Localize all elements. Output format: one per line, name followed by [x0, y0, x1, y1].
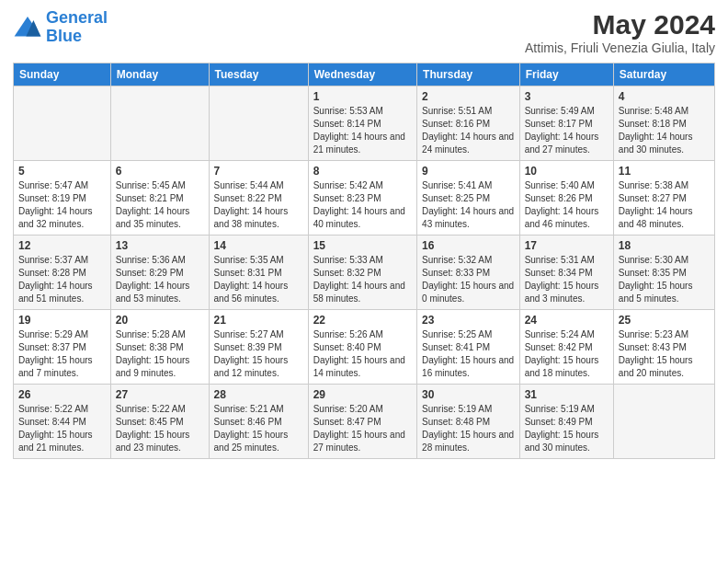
day-cell: 11Sunrise: 5:38 AMSunset: 8:27 PMDayligh…	[613, 161, 714, 236]
logo: General Blue	[13, 9, 108, 46]
day-number: 27	[116, 388, 204, 401]
week-row-1: 1Sunrise: 5:53 AMSunset: 8:14 PMDaylight…	[14, 86, 715, 161]
column-header-friday: Friday	[519, 63, 613, 86]
day-number: 7	[214, 165, 303, 178]
day-cell: 16Sunrise: 5:32 AMSunset: 8:33 PMDayligh…	[417, 236, 520, 310]
day-info: Sunrise: 5:45 AMSunset: 8:21 PMDaylight:…	[116, 179, 204, 231]
day-number: 9	[422, 165, 515, 178]
page: General Blue May 2024 Attimis, Friuli Ve…	[0, 0, 728, 466]
day-info: Sunrise: 5:26 AMSunset: 8:40 PMDaylight:…	[313, 328, 412, 380]
day-number: 20	[116, 314, 204, 327]
day-cell	[110, 86, 209, 161]
day-info: Sunrise: 5:23 AMSunset: 8:43 PMDaylight:…	[619, 328, 710, 380]
day-info: Sunrise: 5:19 AMSunset: 8:48 PMDaylight:…	[422, 403, 515, 454]
week-row-2: 5Sunrise: 5:47 AMSunset: 8:19 PMDaylight…	[14, 161, 715, 236]
day-number: 16	[422, 239, 515, 252]
day-info: Sunrise: 5:32 AMSunset: 8:33 PMDaylight:…	[422, 254, 515, 305]
day-cell: 28Sunrise: 5:21 AMSunset: 8:46 PMDayligh…	[209, 385, 308, 459]
day-number: 2	[422, 90, 515, 103]
day-info: Sunrise: 5:36 AMSunset: 8:29 PMDaylight:…	[116, 254, 204, 305]
day-cell: 6Sunrise: 5:45 AMSunset: 8:21 PMDaylight…	[110, 161, 209, 236]
day-cell: 26Sunrise: 5:22 AMSunset: 8:44 PMDayligh…	[14, 385, 111, 459]
week-row-4: 19Sunrise: 5:29 AMSunset: 8:37 PMDayligh…	[14, 310, 715, 385]
day-info: Sunrise: 5:33 AMSunset: 8:32 PMDaylight:…	[313, 254, 412, 305]
day-cell: 17Sunrise: 5:31 AMSunset: 8:34 PMDayligh…	[519, 236, 613, 310]
day-cell: 30Sunrise: 5:19 AMSunset: 8:48 PMDayligh…	[417, 385, 520, 459]
day-cell: 31Sunrise: 5:19 AMSunset: 8:49 PMDayligh…	[519, 385, 613, 459]
day-number: 25	[619, 314, 710, 327]
day-cell: 5Sunrise: 5:47 AMSunset: 8:19 PMDaylight…	[14, 161, 111, 236]
day-cell: 4Sunrise: 5:48 AMSunset: 8:18 PMDaylight…	[613, 86, 714, 161]
column-header-thursday: Thursday	[417, 63, 520, 86]
day-info: Sunrise: 5:25 AMSunset: 8:41 PMDaylight:…	[422, 328, 515, 380]
day-cell: 24Sunrise: 5:24 AMSunset: 8:42 PMDayligh…	[519, 310, 613, 385]
day-info: Sunrise: 5:29 AMSunset: 8:37 PMDaylight:…	[18, 328, 106, 380]
day-cell: 15Sunrise: 5:33 AMSunset: 8:32 PMDayligh…	[308, 236, 416, 310]
day-cell: 19Sunrise: 5:29 AMSunset: 8:37 PMDayligh…	[14, 310, 111, 385]
day-info: Sunrise: 5:31 AMSunset: 8:34 PMDaylight:…	[525, 254, 609, 305]
column-header-tuesday: Tuesday	[209, 63, 308, 86]
day-cell: 29Sunrise: 5:20 AMSunset: 8:47 PMDayligh…	[308, 385, 416, 459]
day-cell	[209, 86, 308, 161]
day-cell: 12Sunrise: 5:37 AMSunset: 8:28 PMDayligh…	[14, 236, 111, 310]
day-number: 23	[422, 314, 515, 327]
day-number: 30	[422, 388, 515, 401]
day-number: 21	[214, 314, 303, 327]
day-number: 13	[116, 239, 204, 252]
day-number: 15	[313, 239, 412, 252]
day-info: Sunrise: 5:42 AMSunset: 8:23 PMDaylight:…	[313, 179, 412, 231]
column-header-wednesday: Wednesday	[308, 63, 416, 86]
day-number: 19	[18, 314, 106, 327]
day-number: 12	[18, 239, 106, 252]
day-cell: 10Sunrise: 5:40 AMSunset: 8:26 PMDayligh…	[519, 161, 613, 236]
day-info: Sunrise: 5:48 AMSunset: 8:18 PMDaylight:…	[619, 105, 710, 156]
day-cell: 22Sunrise: 5:26 AMSunset: 8:40 PMDayligh…	[308, 310, 416, 385]
header: General Blue May 2024 Attimis, Friuli Ve…	[13, 9, 715, 55]
day-info: Sunrise: 5:35 AMSunset: 8:31 PMDaylight:…	[214, 254, 303, 305]
day-number: 14	[214, 239, 303, 252]
day-info: Sunrise: 5:22 AMSunset: 8:45 PMDaylight:…	[116, 403, 204, 454]
day-info: Sunrise: 5:21 AMSunset: 8:46 PMDaylight:…	[214, 403, 303, 454]
day-info: Sunrise: 5:49 AMSunset: 8:17 PMDaylight:…	[525, 105, 609, 156]
day-cell: 20Sunrise: 5:28 AMSunset: 8:38 PMDayligh…	[110, 310, 209, 385]
day-number: 24	[525, 314, 609, 327]
day-info: Sunrise: 5:27 AMSunset: 8:39 PMDaylight:…	[214, 328, 303, 380]
day-number: 26	[18, 388, 106, 401]
day-number: 1	[313, 90, 412, 103]
day-info: Sunrise: 5:51 AMSunset: 8:16 PMDaylight:…	[422, 105, 515, 156]
day-info: Sunrise: 5:28 AMSunset: 8:38 PMDaylight:…	[116, 328, 204, 380]
day-number: 17	[525, 239, 609, 252]
day-cell: 14Sunrise: 5:35 AMSunset: 8:31 PMDayligh…	[209, 236, 308, 310]
logo-line1: General	[46, 8, 108, 27]
day-cell: 9Sunrise: 5:41 AMSunset: 8:25 PMDaylight…	[417, 161, 520, 236]
column-header-monday: Monday	[110, 63, 209, 86]
subtitle: Attimis, Friuli Venezia Giulia, Italy	[525, 40, 715, 55]
day-info: Sunrise: 5:44 AMSunset: 8:22 PMDaylight:…	[214, 179, 303, 231]
day-info: Sunrise: 5:30 AMSunset: 8:35 PMDaylight:…	[619, 254, 710, 305]
week-row-5: 26Sunrise: 5:22 AMSunset: 8:44 PMDayligh…	[14, 385, 715, 459]
day-info: Sunrise: 5:41 AMSunset: 8:25 PMDaylight:…	[422, 179, 515, 231]
day-info: Sunrise: 5:20 AMSunset: 8:47 PMDaylight:…	[313, 403, 412, 454]
day-number: 29	[313, 388, 412, 401]
day-cell: 18Sunrise: 5:30 AMSunset: 8:35 PMDayligh…	[613, 236, 714, 310]
week-row-3: 12Sunrise: 5:37 AMSunset: 8:28 PMDayligh…	[14, 236, 715, 310]
logo-icon	[13, 13, 42, 42]
day-info: Sunrise: 5:37 AMSunset: 8:28 PMDaylight:…	[18, 254, 106, 305]
day-number: 28	[214, 388, 303, 401]
day-cell: 21Sunrise: 5:27 AMSunset: 8:39 PMDayligh…	[209, 310, 308, 385]
day-number: 6	[116, 165, 204, 178]
day-cell	[613, 385, 714, 459]
day-number: 22	[313, 314, 412, 327]
day-info: Sunrise: 5:38 AMSunset: 8:27 PMDaylight:…	[619, 179, 710, 231]
day-cell: 25Sunrise: 5:23 AMSunset: 8:43 PMDayligh…	[613, 310, 714, 385]
day-cell: 23Sunrise: 5:25 AMSunset: 8:41 PMDayligh…	[417, 310, 520, 385]
logo-text: General Blue	[46, 9, 108, 46]
day-number: 10	[525, 165, 609, 178]
title-block: May 2024 Attimis, Friuli Venezia Giulia,…	[525, 9, 715, 55]
calendar-table: SundayMondayTuesdayWednesdayThursdayFrid…	[13, 63, 715, 459]
day-number: 11	[619, 165, 710, 178]
day-number: 3	[525, 90, 609, 103]
day-cell: 8Sunrise: 5:42 AMSunset: 8:23 PMDaylight…	[308, 161, 416, 236]
day-info: Sunrise: 5:47 AMSunset: 8:19 PMDaylight:…	[18, 179, 106, 231]
day-cell: 2Sunrise: 5:51 AMSunset: 8:16 PMDaylight…	[417, 86, 520, 161]
